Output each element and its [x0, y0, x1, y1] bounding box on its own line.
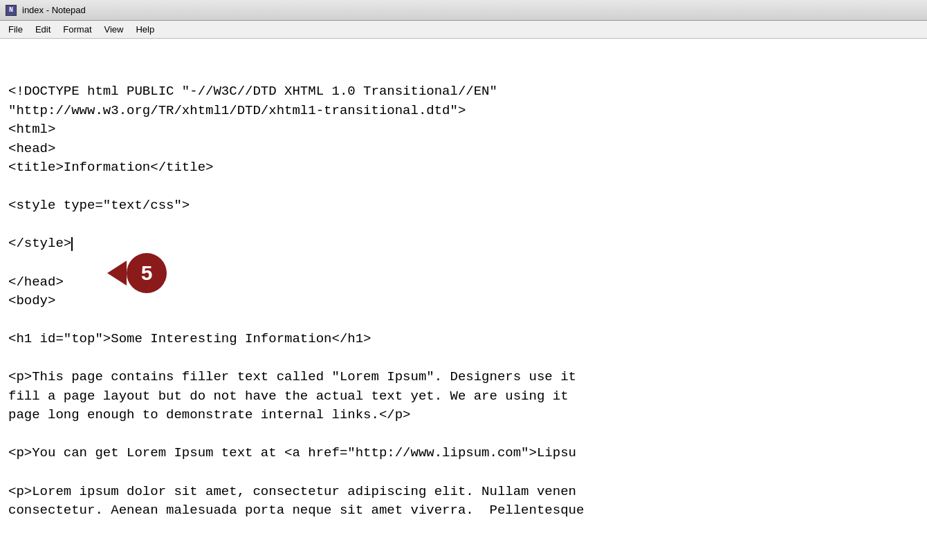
text-line: "http://www.w3.org/TR/xhtml1/DTD/xhtml1-…	[8, 102, 919, 121]
text-line: consectetur. Aenean malesuada porta nequ…	[8, 501, 919, 521]
text-line: <html>	[8, 120, 919, 140]
text-line: <h1 id="top">Some Interesting Informatio…	[8, 330, 919, 349]
text-cursor	[71, 237, 73, 251]
text-line: <p>This page contains filler text called…	[8, 368, 919, 387]
title-bar: N index - Notepad	[0, 0, 927, 21]
editor-content: <!DOCTYPE html PUBLIC "-//W3C//DTD XHTML…	[8, 82, 919, 521]
text-line: <body>	[8, 292, 919, 311]
window-title: index - Notepad	[22, 5, 86, 15]
text-line: <head>	[8, 140, 919, 159]
text-line: <style type="text/css">	[8, 196, 919, 216]
text-line: <!DOCTYPE html PUBLIC "-//W3C//DTD XHTML…	[8, 82, 919, 102]
text-line: fill a page layout but do not have the a…	[8, 387, 919, 407]
text-line	[8, 349, 919, 368]
text-line: page long enough to demonstrate internal…	[8, 406, 919, 425]
annotation-arrow	[107, 261, 127, 286]
menu-file[interactable]: File	[3, 23, 28, 36]
text-line	[8, 178, 919, 197]
menu-bar: File Edit Format View Help	[0, 21, 927, 39]
step-annotation: 5	[107, 253, 167, 293]
text-line: <title>Information</title>	[8, 158, 919, 178]
text-line	[8, 463, 919, 483]
text-line: <p>You can get Lorem Ipsum text at <a hr…	[8, 444, 919, 463]
text-line	[8, 216, 919, 235]
annotation-number: 5	[127, 253, 167, 293]
menu-help[interactable]: Help	[130, 23, 160, 36]
app-icon: N	[6, 5, 17, 16]
menu-edit[interactable]: Edit	[30, 23, 56, 36]
text-line: </style>	[8, 234, 919, 254]
menu-format[interactable]: Format	[57, 23, 97, 36]
menu-view[interactable]: View	[99, 23, 129, 36]
text-line	[8, 425, 919, 445]
text-editor[interactable]: <!DOCTYPE html PUBLIC "-//W3C//DTD XHTML…	[0, 39, 927, 560]
text-line: <p>Lorem ipsum dolor sit amet, consectet…	[8, 483, 919, 502]
text-line	[8, 311, 919, 330]
